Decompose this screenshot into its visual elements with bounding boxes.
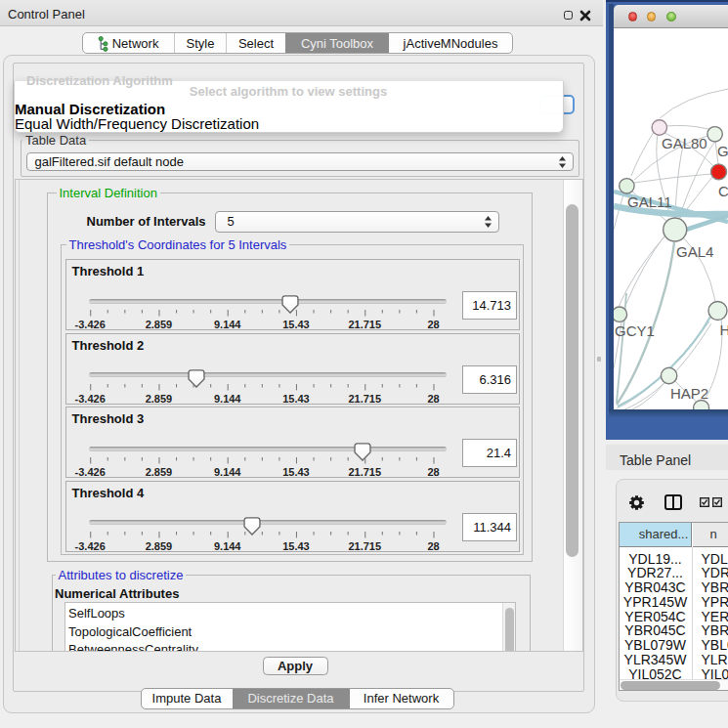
svg-text:HAP2: HAP2 xyxy=(670,385,708,402)
svg-text:GA: GA xyxy=(717,143,728,159)
svg-text:GAL4: GAL4 xyxy=(676,243,713,260)
svg-text:H: H xyxy=(720,321,728,338)
svg-text:GAL11: GAL11 xyxy=(627,193,672,210)
svg-text:GCY1: GCY1 xyxy=(615,322,655,339)
svg-text:C: C xyxy=(718,183,728,199)
svg-text:GAL80: GAL80 xyxy=(662,135,707,151)
